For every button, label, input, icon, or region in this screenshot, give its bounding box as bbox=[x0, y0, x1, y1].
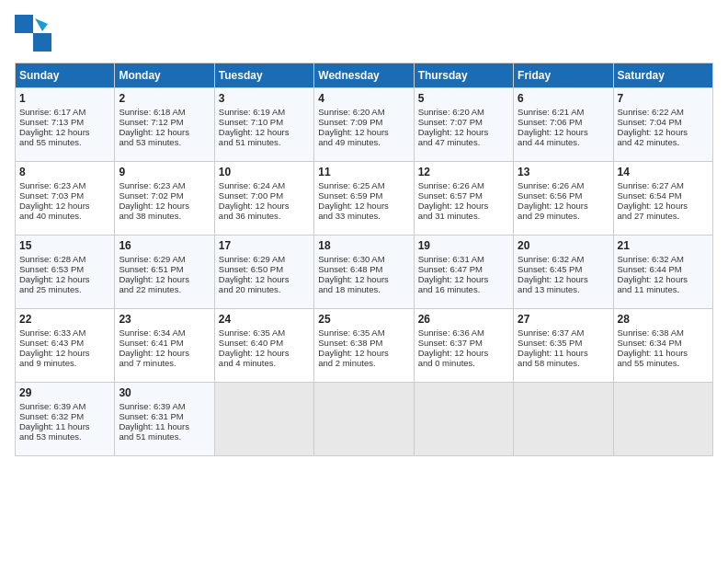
day-info-line: Sunrise: 6:26 AM bbox=[518, 180, 609, 190]
day-info-line: and 7 minutes. bbox=[119, 358, 210, 368]
day-info-line: and 20 minutes. bbox=[219, 284, 310, 294]
day-info-line: Sunset: 7:04 PM bbox=[618, 117, 709, 127]
day-info-line: Sunset: 7:00 PM bbox=[219, 190, 310, 201]
day-info-line: Sunrise: 6:35 AM bbox=[219, 327, 310, 338]
day-number: 9 bbox=[119, 166, 210, 178]
day-info-line: Daylight: 12 hours bbox=[318, 348, 409, 358]
day-number: 28 bbox=[618, 313, 709, 326]
calendar-cell: 30Sunrise: 6:39 AMSunset: 6:31 PMDayligh… bbox=[115, 383, 214, 456]
day-info-line: Sunrise: 6:21 AM bbox=[518, 107, 609, 117]
day-info-line: Sunrise: 6:39 AM bbox=[19, 401, 110, 411]
calendar-cell: 28Sunrise: 6:38 AMSunset: 6:34 PMDayligh… bbox=[613, 309, 712, 383]
calendar-cell: 2Sunrise: 6:18 AMSunset: 7:12 PMDaylight… bbox=[115, 88, 214, 162]
day-number: 5 bbox=[418, 92, 509, 105]
day-info-line: Sunset: 6:34 PM bbox=[618, 338, 709, 348]
day-info-line: Sunset: 6:56 PM bbox=[518, 190, 609, 201]
day-info-line: and 4 minutes. bbox=[219, 358, 310, 368]
day-info-line: Sunset: 6:37 PM bbox=[418, 338, 509, 348]
day-info-line: Daylight: 12 hours bbox=[618, 127, 709, 137]
svg-rect-3 bbox=[33, 33, 51, 52]
day-info-line: Sunrise: 6:20 AM bbox=[418, 107, 509, 117]
day-info-line: Sunrise: 6:39 AM bbox=[119, 401, 210, 411]
calendar-cell: 6Sunrise: 6:21 AMSunset: 7:06 PMDaylight… bbox=[514, 88, 613, 162]
day-info-line: Sunrise: 6:31 AM bbox=[418, 254, 509, 264]
day-number: 22 bbox=[19, 313, 110, 326]
day-info-line: Daylight: 11 hours bbox=[119, 421, 210, 431]
calendar-cell: 5Sunrise: 6:20 AMSunset: 7:07 PMDaylight… bbox=[414, 88, 513, 162]
day-info-line: Daylight: 12 hours bbox=[418, 127, 509, 137]
day-info-line: Daylight: 11 hours bbox=[518, 348, 609, 358]
day-number: 19 bbox=[418, 239, 509, 252]
calendar-cell: 23Sunrise: 6:34 AMSunset: 6:41 PMDayligh… bbox=[115, 309, 214, 383]
day-info-line: Sunrise: 6:26 AM bbox=[418, 180, 509, 190]
day-info-line: Sunset: 7:02 PM bbox=[119, 190, 210, 201]
day-info-line: Sunrise: 6:25 AM bbox=[318, 180, 409, 190]
day-number: 15 bbox=[19, 239, 110, 252]
day-info-line: and 36 minutes. bbox=[219, 211, 310, 221]
day-info-line: Daylight: 12 hours bbox=[219, 348, 310, 358]
day-info-line: Daylight: 12 hours bbox=[318, 201, 409, 211]
day-info-line: Daylight: 12 hours bbox=[119, 201, 210, 211]
calendar-cell bbox=[613, 383, 712, 456]
day-info-line: Daylight: 11 hours bbox=[618, 348, 709, 358]
day-info-line: and 58 minutes. bbox=[518, 358, 609, 368]
day-number: 12 bbox=[418, 166, 509, 178]
day-info-line: Sunrise: 6:36 AM bbox=[418, 327, 509, 338]
day-number: 4 bbox=[318, 92, 409, 105]
day-info-line: Sunrise: 6:17 AM bbox=[19, 107, 110, 117]
calendar-cell: 15Sunrise: 6:28 AMSunset: 6:53 PMDayligh… bbox=[16, 236, 115, 309]
day-info-line: and 31 minutes. bbox=[418, 211, 509, 221]
day-info-line: Sunrise: 6:29 AM bbox=[119, 254, 210, 264]
day-info-line: and 29 minutes. bbox=[518, 211, 609, 221]
day-number: 14 bbox=[618, 166, 709, 178]
calendar-cell: 9Sunrise: 6:23 AMSunset: 7:02 PMDaylight… bbox=[115, 162, 214, 236]
day-info-line: Sunset: 6:45 PM bbox=[518, 264, 609, 274]
day-info-line: Sunrise: 6:24 AM bbox=[219, 180, 310, 190]
day-info-line: and 16 minutes. bbox=[418, 284, 509, 294]
calendar-cell: 19Sunrise: 6:31 AMSunset: 6:47 PMDayligh… bbox=[414, 236, 513, 309]
day-info-line: and 49 minutes. bbox=[318, 137, 409, 147]
day-number: 21 bbox=[618, 239, 709, 252]
calendar-cell: 26Sunrise: 6:36 AMSunset: 6:37 PMDayligh… bbox=[414, 309, 513, 383]
day-info-line: Sunset: 6:59 PM bbox=[318, 190, 409, 201]
day-info-line: Sunset: 6:35 PM bbox=[518, 338, 609, 348]
day-info-line: and 44 minutes. bbox=[518, 137, 609, 147]
day-info-line: and 55 minutes. bbox=[618, 358, 709, 368]
logo-icon bbox=[15, 15, 51, 52]
day-info-line: and 33 minutes. bbox=[318, 211, 409, 221]
svg-rect-2 bbox=[15, 33, 33, 52]
day-info-line: Sunrise: 6:19 AM bbox=[219, 107, 310, 117]
day-info-line: Sunset: 7:13 PM bbox=[19, 117, 110, 127]
calendar-cell: 3Sunrise: 6:19 AMSunset: 7:10 PMDaylight… bbox=[214, 88, 313, 162]
day-number: 11 bbox=[318, 166, 409, 178]
day-info-line: Daylight: 12 hours bbox=[518, 201, 609, 211]
calendar-cell bbox=[514, 383, 613, 456]
logo bbox=[15, 15, 55, 52]
day-info-line: Daylight: 12 hours bbox=[119, 348, 210, 358]
day-info-line: Daylight: 12 hours bbox=[219, 201, 310, 211]
day-info-line: Daylight: 12 hours bbox=[19, 127, 110, 137]
day-info-line: Sunset: 7:10 PM bbox=[219, 117, 310, 127]
day-info-line: and 25 minutes. bbox=[19, 284, 110, 294]
calendar-week-row: 22Sunrise: 6:33 AMSunset: 6:43 PMDayligh… bbox=[16, 309, 713, 383]
day-info-line: Sunset: 6:47 PM bbox=[418, 264, 509, 274]
calendar-cell: 17Sunrise: 6:29 AMSunset: 6:50 PMDayligh… bbox=[214, 236, 313, 309]
day-info-line: and 51 minutes. bbox=[119, 431, 210, 442]
day-number: 16 bbox=[119, 239, 210, 252]
day-info-line: Daylight: 12 hours bbox=[418, 348, 509, 358]
day-number: 20 bbox=[518, 239, 609, 252]
day-info-line: and 38 minutes. bbox=[119, 211, 210, 221]
day-number: 3 bbox=[219, 92, 310, 105]
calendar-week-row: 29Sunrise: 6:39 AMSunset: 6:32 PMDayligh… bbox=[16, 383, 713, 456]
calendar-cell bbox=[414, 383, 513, 456]
day-info-line: Sunrise: 6:35 AM bbox=[318, 327, 409, 338]
day-info-line: Sunrise: 6:34 AM bbox=[119, 327, 210, 338]
calendar-cell: 13Sunrise: 6:26 AMSunset: 6:56 PMDayligh… bbox=[514, 162, 613, 236]
calendar-cell: 29Sunrise: 6:39 AMSunset: 6:32 PMDayligh… bbox=[16, 383, 115, 456]
day-number: 6 bbox=[518, 92, 609, 105]
day-info-line: Sunset: 7:12 PM bbox=[119, 117, 210, 127]
day-number: 25 bbox=[318, 313, 409, 326]
col-header-sunday: Sunday bbox=[16, 63, 115, 88]
day-info-line: Daylight: 11 hours bbox=[19, 421, 110, 431]
day-info-line: Sunrise: 6:29 AM bbox=[219, 254, 310, 264]
